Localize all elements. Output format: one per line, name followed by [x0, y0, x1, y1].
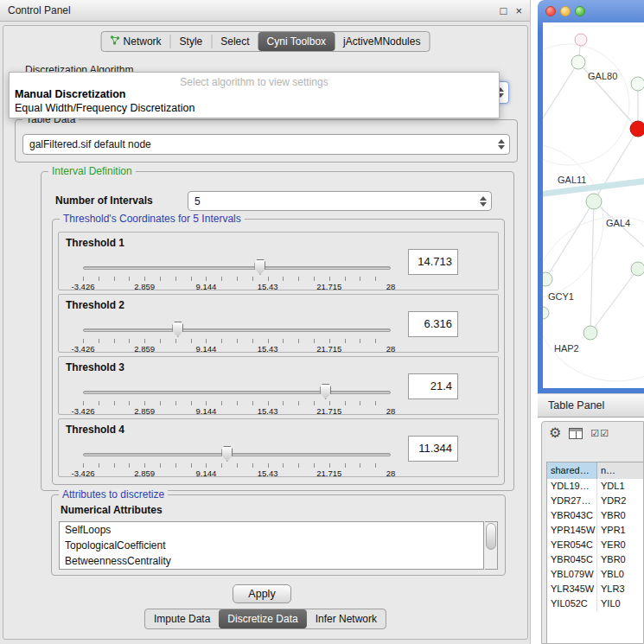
- numerical-attributes-label: Numerical Attributes: [61, 504, 163, 516]
- slider-track[interactable]: [83, 391, 391, 394]
- threshold-value-field[interactable]: 6.316: [408, 311, 458, 337]
- threshold-value-field[interactable]: 14.713: [408, 249, 458, 275]
- select-columns-icon[interactable]: ☑ ☑: [590, 428, 609, 439]
- table-row[interactable]: YLR345WYLR3: [547, 582, 643, 596]
- node-table: shared… n… YDL19…YDL1YDR27…YDR2YBR043CYB…: [546, 462, 643, 643]
- tab-discretize-data[interactable]: Discretize Data: [219, 609, 306, 628]
- table-panel-header: Table Panel: [538, 393, 644, 418]
- list-item[interactable]: BetweennessCentrality: [60, 553, 483, 569]
- tab-label: Style: [180, 35, 203, 48]
- window-title: Control Panel: [8, 4, 71, 16]
- network-edge[interactable]: [590, 269, 638, 333]
- column-header-shared-name[interactable]: shared…: [547, 462, 597, 479]
- network-node[interactable]: [575, 34, 587, 46]
- threshold-value-field[interactable]: 21.4: [408, 373, 458, 399]
- network-node[interactable]: [543, 272, 552, 286]
- network-edge[interactable]: [545, 201, 594, 279]
- attribute-list[interactable]: SelfLoopsTopologicalCoefficientBetweenne…: [59, 521, 484, 570]
- table-row[interactable]: YBR043CYBR0: [547, 508, 643, 523]
- table-row[interactable]: YER054CYER0: [547, 538, 643, 552]
- network-node[interactable]: [631, 262, 644, 276]
- tab-impute-data[interactable]: Impute Data: [145, 609, 219, 628]
- threshold-value-field[interactable]: 11.344: [408, 436, 458, 462]
- attributes-group-title: Attributes to discretize: [59, 488, 168, 501]
- node-label: GAL4: [606, 218, 630, 228]
- tab-label: jActiveMNodules: [343, 35, 420, 48]
- tab-label: Discretize Data: [227, 613, 297, 625]
- slider-thumb[interactable]: [254, 259, 265, 275]
- network-node[interactable]: [630, 121, 644, 137]
- interval-definition-group: Interval Definition Number of Intervals …: [41, 171, 514, 491]
- threshold-slider[interactable]: -3.4262.8599.14415.4321.71528: [83, 445, 391, 476]
- network-node[interactable]: [571, 55, 585, 69]
- dropdown-option-equal-width[interactable]: Equal Width/Frequency Discretization: [10, 101, 499, 115]
- minimize-button[interactable]: [560, 6, 571, 16]
- scrollbar-thumb[interactable]: [486, 523, 496, 550]
- restore-icon[interactable]: □: [501, 4, 507, 17]
- checkbox-icon: ☑: [600, 428, 609, 439]
- table-row[interactable]: YIL052CYIL0: [547, 596, 643, 611]
- threshold-slider[interactable]: -3.4262.8599.14415.4321.71528: [83, 383, 391, 414]
- slider-ticks: [83, 463, 391, 468]
- threshold-block: Threshold 2 -3.4262.8599.14415.4321.7152…: [58, 294, 499, 353]
- interval-definition-title: Interval Definition: [48, 165, 136, 177]
- tab-jactivemnodules[interactable]: jActiveMNodules: [335, 32, 429, 51]
- num-intervals-spinner[interactable]: 5: [188, 191, 492, 211]
- list-scrollbar[interactable]: [485, 521, 498, 570]
- slider-thumb[interactable]: [320, 384, 331, 399]
- close-button[interactable]: [545, 6, 556, 16]
- dropdown-option-manual-discretization[interactable]: Manual Discretization: [10, 87, 499, 101]
- table-row[interactable]: YPR145WYPR1: [547, 523, 643, 538]
- table-row[interactable]: YBR045CYBR0: [547, 552, 643, 567]
- list-item[interactable]: TopologicalCoefficient: [60, 538, 483, 553]
- network-node[interactable]: [631, 77, 644, 91]
- column-header-name[interactable]: n…: [597, 462, 643, 479]
- network-view-window: GAL80GAL11GAL4GCY1HAP2: [538, 0, 644, 393]
- network-edge[interactable]: [543, 62, 578, 126]
- tab-select[interactable]: Select: [212, 32, 258, 51]
- tab-style[interactable]: Style: [171, 32, 212, 51]
- table-row[interactable]: YBL079WYBL0: [547, 567, 643, 582]
- slider-track[interactable]: [83, 328, 391, 332]
- tab-label: Cyni Toolbox: [267, 35, 326, 48]
- tab-network[interactable]: Network: [102, 32, 170, 51]
- network-tab-icon: [111, 35, 120, 48]
- network-node[interactable]: [586, 194, 602, 209]
- threshold-label: Threshold 4: [66, 424, 124, 436]
- network-edge[interactable]: [594, 129, 638, 201]
- network-canvas[interactable]: GAL80GAL11GAL4GCY1HAP2: [543, 22, 644, 388]
- apply-button[interactable]: Apply: [233, 584, 291, 603]
- list-item[interactable]: SelfLoops: [60, 522, 483, 538]
- threshold-slider[interactable]: -3.4262.8599.14415.4321.71528: [83, 321, 391, 352]
- node-label: GCY1: [548, 291, 574, 302]
- threshold-block: Threshold 4 -3.4262.8599.14415.4321.7152…: [58, 418, 499, 477]
- table-data-dropdown[interactable]: galFiltered.sif default node: [22, 134, 510, 155]
- table-data-group: Table Data galFiltered.sif default node: [15, 119, 518, 163]
- slider-thumb[interactable]: [221, 446, 233, 462]
- slider-ticks: [83, 277, 391, 281]
- table-panel-title: Table Panel: [548, 399, 604, 411]
- dropdown-placeholder-option[interactable]: Select algorithm to view settings: [10, 73, 499, 87]
- slider-thumb[interactable]: [172, 322, 183, 337]
- tab-infer-network[interactable]: Infer Network: [307, 609, 386, 628]
- table-row[interactable]: YDR27…YDR2: [547, 494, 643, 508]
- titlebar: Control Panel □ ×: [0, 0, 530, 22]
- network-node[interactable]: [543, 307, 549, 319]
- slider-scale: -3.4262.8599.14415.4321.71528: [83, 406, 391, 417]
- slider-track[interactable]: [83, 453, 391, 456]
- table-panel: ⚙ ☑ ☑ shared… n… YDL19…YDL1YDR27…YDR2YBR…: [541, 421, 644, 644]
- table-row[interactable]: YDL19…YDL1: [547, 479, 643, 494]
- network-node[interactable]: [583, 326, 597, 340]
- slider-ticks: [83, 339, 391, 343]
- slider-scale: -3.4262.8599.14415.4321.71528: [83, 469, 391, 479]
- zoom-button[interactable]: [575, 6, 585, 16]
- tab-label: Network: [124, 35, 162, 48]
- threshold-list: Threshold 1 -3.4262.8599.14415.4321.7152…: [58, 232, 499, 479]
- threshold-slider[interactable]: -3.4262.8599.14415.4321.71528: [83, 258, 391, 290]
- tab-cyni-toolbox[interactable]: Cyni Toolbox: [258, 32, 335, 51]
- close-icon[interactable]: ×: [515, 4, 522, 17]
- slider-track[interactable]: [83, 266, 391, 270]
- combo-arrows-icon: [498, 139, 505, 150]
- column-view-icon[interactable]: [569, 428, 583, 439]
- gear-icon[interactable]: ⚙: [549, 426, 561, 440]
